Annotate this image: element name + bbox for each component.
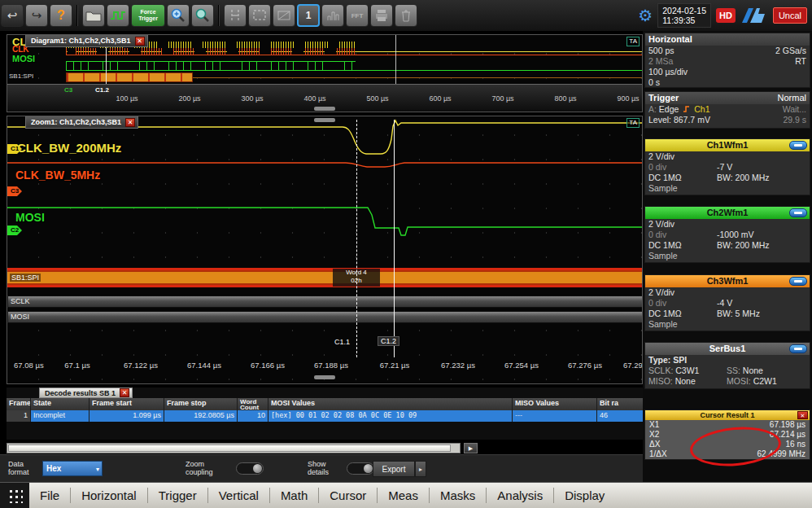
minimize-button[interactable] bbox=[789, 208, 807, 217]
minimize-button[interactable] bbox=[789, 277, 807, 286]
reference-position-line bbox=[395, 35, 396, 84]
ch2-position-value: 0 div bbox=[648, 230, 666, 239]
minimize-button[interactable] bbox=[789, 344, 807, 353]
zoom-in-button[interactable] bbox=[167, 4, 190, 27]
x2-label: X2 bbox=[649, 430, 659, 439]
show-details-label: Showdetails bbox=[308, 460, 329, 476]
open-file-button[interactable] bbox=[82, 4, 105, 27]
x1-label: X1 bbox=[649, 420, 659, 429]
show-details-toggle[interactable] bbox=[347, 462, 374, 475]
axis-tick: 67.08 µs bbox=[14, 361, 44, 370]
column-header: Bit ra bbox=[597, 398, 643, 410]
diagram1-c12-marker[interactable]: C1.2 bbox=[95, 86, 109, 94]
cursor-result-panel[interactable]: Cursor Result 1✕ X167.198 µs X267.214 µs… bbox=[644, 409, 810, 460]
diagram1-scroll-handle[interactable] bbox=[314, 107, 335, 111]
cursor-tool-button[interactable] bbox=[224, 4, 247, 27]
diagram1-ch2-label[interactable]: MOSI bbox=[12, 54, 35, 64]
annotation-button[interactable]: 1 bbox=[297, 4, 320, 27]
zoom1-top-handle[interactable] bbox=[314, 118, 335, 122]
menu-trigger[interactable]: Trigger bbox=[148, 483, 207, 508]
mosi-row-label[interactable]: MOSI bbox=[11, 313, 29, 321]
ch3-panel[interactable]: Ch3Wfm1 2 V/div 0 div-4 V DC 1MΩBW: 5 MH… bbox=[644, 274, 810, 331]
datetime-display[interactable]: 2024-02-15 11:39:35 bbox=[657, 3, 711, 28]
diagram1-tab[interactable]: Diagram1: Ch1,Ch2,Ch3,SB1 ✕ bbox=[25, 35, 148, 47]
decode-tab[interactable]: Decode results SB 1 ✕ bbox=[39, 388, 133, 398]
trash-icon bbox=[399, 8, 413, 23]
cursor-c12-line[interactable] bbox=[394, 120, 395, 357]
sclk-row-label[interactable]: SCLK bbox=[11, 297, 30, 305]
delete-button[interactable] bbox=[395, 4, 417, 27]
menu-cursor[interactable]: Cursor bbox=[319, 483, 377, 508]
cell-frame-start: 1.099 µs bbox=[89, 410, 164, 422]
axis-tick: 200 µs bbox=[178, 94, 200, 103]
redo-button[interactable]: ↪ bbox=[25, 4, 48, 27]
undo-icon: ↩ bbox=[7, 8, 18, 23]
trigger-panel[interactable]: TriggerNormal A: Edge Ch1 Wait... Level:… bbox=[644, 91, 810, 129]
uncal-badge[interactable]: Uncal bbox=[773, 7, 807, 24]
decode-close-button[interactable]: ✕ bbox=[120, 388, 129, 397]
trigger-status-value: Wait... bbox=[783, 104, 806, 115]
diagram1-bus-label[interactable]: SB1:SPI bbox=[9, 72, 33, 80]
horizontal-scrollbar[interactable]: ▶ bbox=[7, 443, 643, 453]
zoom1-close-button[interactable]: ✕ bbox=[125, 118, 135, 127]
screenshot-button[interactable] bbox=[248, 4, 271, 27]
force-trigger-button[interactable]: Force Trigger bbox=[131, 4, 165, 27]
cursor-close-button[interactable]: ✕ bbox=[797, 411, 808, 419]
menu-masks[interactable]: Masks bbox=[430, 483, 486, 508]
menu-vertical[interactable]: Vertical bbox=[208, 483, 269, 508]
ch2-panel[interactable]: Ch2Wfm1 2 V/div 0 div-1000 mV DC 1MΩBW: … bbox=[644, 206, 810, 263]
force-trigger-label: Force Trigger bbox=[132, 9, 164, 22]
cell-miso-values: --- bbox=[513, 410, 597, 422]
zoom1-ch1-label[interactable]: CLK_BW_200MHz bbox=[17, 141, 121, 155]
scrollbar-right-button[interactable]: ▶ bbox=[464, 443, 478, 453]
dropdown-arrow-icon: ▾ bbox=[96, 462, 99, 476]
zoom1-bottom-handle[interactable] bbox=[314, 375, 335, 379]
minimize-button[interactable] bbox=[789, 141, 807, 150]
menu-file[interactable]: File bbox=[29, 483, 70, 508]
trigger-panel-title: Trigger bbox=[648, 93, 679, 103]
hd-badge[interactable]: HD bbox=[716, 8, 736, 23]
settings-button[interactable]: ⚙ bbox=[638, 6, 653, 25]
menu-analysis[interactable]: Analysis bbox=[487, 483, 553, 508]
menu-horizontal[interactable]: Horizontal bbox=[71, 483, 147, 508]
redo-icon: ↪ bbox=[32, 8, 42, 23]
trigger-a-label: A: bbox=[648, 104, 657, 114]
horizontal-panel[interactable]: Horizontal 500 ps2 GSa/s 2 MSaRT 100 µs/… bbox=[644, 33, 810, 88]
ch3-decimation-value: Sample bbox=[648, 319, 678, 329]
scrollbar-thumb[interactable] bbox=[8, 444, 451, 452]
mosi-label: MOSI: bbox=[727, 376, 751, 386]
zoom1-tab[interactable]: Zoom1: Ch1,Ch2,Ch3,SB1 ✕ bbox=[25, 116, 138, 129]
ch2-decimation-value: Sample bbox=[648, 251, 678, 261]
app-grid-button[interactable] bbox=[0, 483, 29, 508]
decode-table-row[interactable]: 1 Incomplet 1.099 µs 192.0805 µs 10 [hex… bbox=[7, 410, 643, 422]
cursor-c11-line[interactable] bbox=[356, 120, 357, 357]
signal-source-button[interactable] bbox=[107, 4, 129, 27]
scrollbar-track[interactable] bbox=[7, 443, 461, 453]
search-button[interactable] bbox=[191, 4, 214, 27]
data-format-select[interactable]: Hex ▾ bbox=[42, 461, 103, 476]
undo-button[interactable]: ↩ bbox=[1, 4, 24, 27]
zoom1-ch3-label[interactable]: CLK_BW_5MHz bbox=[15, 169, 100, 182]
menu-math[interactable]: Math bbox=[270, 483, 318, 508]
toolbar: ↩ ↪ ? Force Trigger 1 FFT bbox=[0, 0, 812, 31]
diagram1-c3-marker[interactable]: C3 bbox=[64, 86, 72, 94]
diagram1-close-button[interactable]: ✕ bbox=[135, 37, 145, 46]
fft-button[interactable]: FFT bbox=[346, 4, 369, 27]
menu-meas[interactable]: Meas bbox=[378, 483, 429, 508]
menu-display[interactable]: Display bbox=[554, 483, 615, 508]
zoom1-ch2-label[interactable]: MOSI bbox=[15, 211, 45, 224]
mask-test-button[interactable] bbox=[273, 4, 295, 27]
serbus-panel[interactable]: SerBus1 Type: SPI SCLK: C3W1 SS: None MI… bbox=[644, 342, 810, 389]
rs-logo-icon bbox=[740, 7, 768, 24]
zoom1-bus-label[interactable]: SB1:SPI bbox=[10, 274, 41, 282]
zoom1-trigger-badge: TA bbox=[626, 118, 640, 128]
histogram-button[interactable] bbox=[321, 4, 344, 27]
export-popup-arrow[interactable]: ▸ bbox=[415, 461, 426, 477]
export-button[interactable]: Export bbox=[373, 461, 415, 477]
folder-icon bbox=[85, 9, 102, 22]
zoom-coupling-toggle[interactable] bbox=[236, 462, 264, 475]
cell-frame: 1 bbox=[7, 410, 31, 422]
print-button[interactable] bbox=[370, 4, 393, 27]
help-button[interactable]: ? bbox=[50, 4, 72, 27]
ch1-panel[interactable]: Ch1Wfm1 2 V/div 0 div-7 V DC 1MΩBW: 200 … bbox=[644, 138, 810, 195]
